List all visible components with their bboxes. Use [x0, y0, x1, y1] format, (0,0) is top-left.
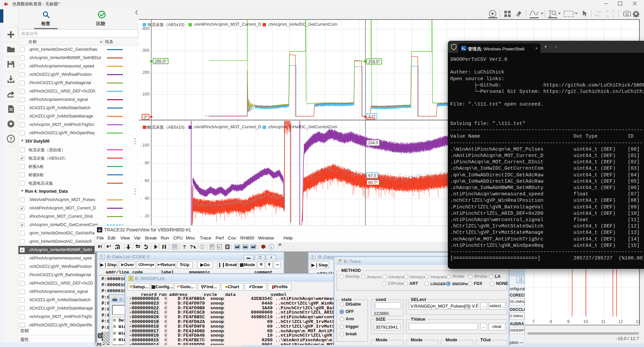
svg-text:?: ?: [9, 136, 12, 142]
svg-text:?: ?: [190, 244, 193, 249]
svg-text:i: i: [271, 245, 272, 249]
svg-text:?: ?: [183, 244, 186, 249]
svg-text:01: 01: [218, 246, 220, 248]
